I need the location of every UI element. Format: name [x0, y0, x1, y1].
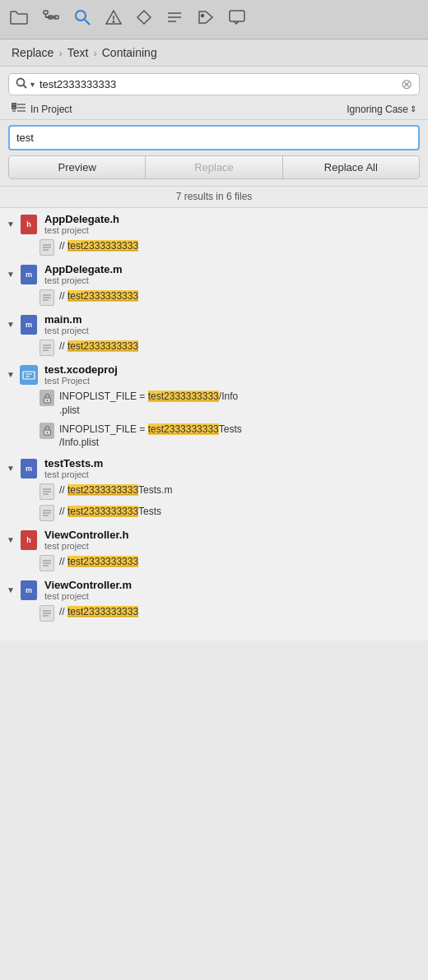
file-project: test project	[44, 326, 89, 335]
search-dropdown-arrow[interactable]: ▼	[29, 81, 36, 89]
tag-icon[interactable]	[198, 10, 214, 29]
match-highlight: test2333333333	[67, 606, 138, 617]
case-selector[interactable]: Ignoring Case ⇕	[347, 104, 416, 115]
line-content: // test2333333333	[59, 605, 138, 619]
match-line[interactable]: // test2333333333	[40, 552, 428, 574]
expand-arrow: ▼	[7, 585, 16, 594]
search-input[interactable]	[40, 78, 401, 90]
match-lines: // test2333333333	[0, 237, 428, 258]
scope-icon	[12, 103, 26, 115]
svg-point-40	[46, 400, 48, 401]
match-line[interactable]: INFOPLIST_FILE = test2333333333/Info.pli…	[40, 387, 428, 420]
line-doc-icon	[40, 340, 54, 356]
warning-icon[interactable]	[105, 10, 122, 29]
results-summary: 7 results in 6 files	[0, 186, 428, 208]
file-group: ▼ test.xcodeproj test Project INFOPLIST_…	[0, 358, 428, 452]
diamond-icon[interactable]	[137, 10, 151, 29]
match-line[interactable]: // test2333333333	[40, 237, 428, 258]
lock-doc-icon	[40, 390, 54, 406]
file-name: test.xcodeproj	[44, 363, 118, 376]
scope-selector[interactable]: In Project	[12, 103, 72, 115]
svg-point-6	[76, 11, 86, 21]
replace-button[interactable]: Replace	[146, 155, 282, 179]
file-icon	[20, 364, 38, 386]
file-name-col: AppDelegate.h test project	[44, 213, 119, 235]
expand-arrow: ▼	[7, 464, 16, 473]
svg-point-17	[17, 79, 25, 86]
file-name: testTests.m	[44, 457, 103, 469]
chat-icon[interactable]	[229, 10, 245, 29]
expand-arrow: ▼	[7, 320, 16, 329]
match-line[interactable]: // test2333333333	[40, 287, 428, 308]
replace-input[interactable]	[8, 125, 420, 150]
match-line[interactable]: // test2333333333	[40, 337, 428, 358]
match-highlight: test2333333333	[148, 391, 219, 402]
expand-arrow: ▼	[7, 535, 16, 544]
match-highlight: test2333333333	[67, 556, 138, 567]
line-doc-icon	[40, 605, 54, 622]
hierarchy-icon[interactable]	[43, 10, 59, 29]
match-highlight: test2333333333	[67, 506, 138, 517]
case-label: Ignoring Case	[347, 104, 408, 115]
file-name-col: main.m test project	[44, 313, 89, 335]
case-arrow: ⇕	[410, 104, 416, 113]
match-line[interactable]: // test2333333333Tests	[40, 502, 428, 524]
options-bar: In Project Ignoring Case ⇕	[0, 99, 428, 120]
line-content: // test2333333333	[59, 289, 138, 303]
match-lines: // test2333333333	[0, 287, 428, 308]
file-name: AppDelegate.m	[44, 263, 123, 275]
file-name: AppDelegate.h	[44, 213, 119, 225]
file-tree: ▼ h AppDelegate.h test project // test23…	[0, 208, 428, 640]
file-icon: m	[20, 580, 38, 601]
lines-icon[interactable]	[166, 10, 183, 29]
match-highlight: test2333333333	[67, 340, 138, 352]
file-header[interactable]: ▼ m ViewController.m test project	[0, 574, 428, 603]
breadcrumb: Replace › Text › Containing	[0, 39, 428, 67]
file-header[interactable]: ▼ m main.m test project	[0, 308, 428, 337]
match-line[interactable]: // test2333333333	[40, 603, 428, 624]
svg-point-10	[113, 21, 114, 22]
svg-rect-16	[230, 11, 244, 21]
svg-line-18	[24, 86, 27, 89]
file-project: test project	[44, 591, 132, 601]
svg-rect-0	[44, 11, 48, 14]
file-group: ▼ h AppDelegate.h test project // test23…	[0, 208, 428, 258]
folder-icon[interactable]	[10, 10, 28, 29]
file-header[interactable]: ▼ test.xcodeproj test Project	[0, 358, 428, 387]
file-group: ▼ m main.m test project // test233333333…	[0, 308, 428, 358]
svg-point-42	[46, 432, 48, 433]
file-header[interactable]: ▼ m testTests.m test project	[0, 452, 428, 481]
file-icon: h	[20, 529, 38, 551]
replace-all-button[interactable]: Replace All	[283, 155, 420, 179]
file-header[interactable]: ▼ h ViewController.h test project	[0, 524, 428, 552]
file-header[interactable]: ▼ m AppDelegate.m test project	[0, 258, 428, 287]
line-content: // test2333333333	[59, 239, 138, 253]
svg-point-15	[202, 15, 204, 17]
search-icon[interactable]	[74, 9, 91, 30]
breadcrumb-containing[interactable]: Containing	[102, 46, 157, 59]
match-lines: // test2333333333Tests.m // test23333333…	[0, 481, 428, 524]
line-doc-icon	[40, 289, 54, 306]
match-line[interactable]: INFOPLIST_FILE = test2333333333Tests/Inf…	[40, 420, 428, 453]
match-line[interactable]: // test2333333333Tests.m	[40, 481, 428, 502]
file-project: test project	[44, 275, 123, 285]
line-doc-icon	[40, 505, 54, 521]
file-icon: h	[20, 214, 38, 235]
breadcrumb-sep-1: ›	[58, 47, 62, 59]
file-project: test project	[44, 225, 119, 235]
file-name-col: testTests.m test project	[44, 457, 103, 479]
file-icon: m	[20, 264, 38, 285]
file-name: ViewController.m	[44, 579, 132, 591]
match-lines: // test2333333333	[0, 552, 428, 574]
replace-input-container	[8, 125, 420, 150]
svg-marker-11	[137, 11, 151, 24]
line-content: // test2333333333	[59, 340, 138, 354]
file-header[interactable]: ▼ h AppDelegate.h test project	[0, 208, 428, 237]
line-doc-icon	[40, 555, 54, 571]
search-clear-button[interactable]: ⊗	[401, 77, 412, 91]
preview-button[interactable]: Preview	[8, 155, 146, 179]
breadcrumb-text[interactable]: Text	[67, 46, 89, 59]
file-project: test project	[44, 541, 128, 551]
breadcrumb-replace[interactable]: Replace	[12, 46, 54, 59]
match-lines: // test2333333333	[0, 603, 428, 624]
